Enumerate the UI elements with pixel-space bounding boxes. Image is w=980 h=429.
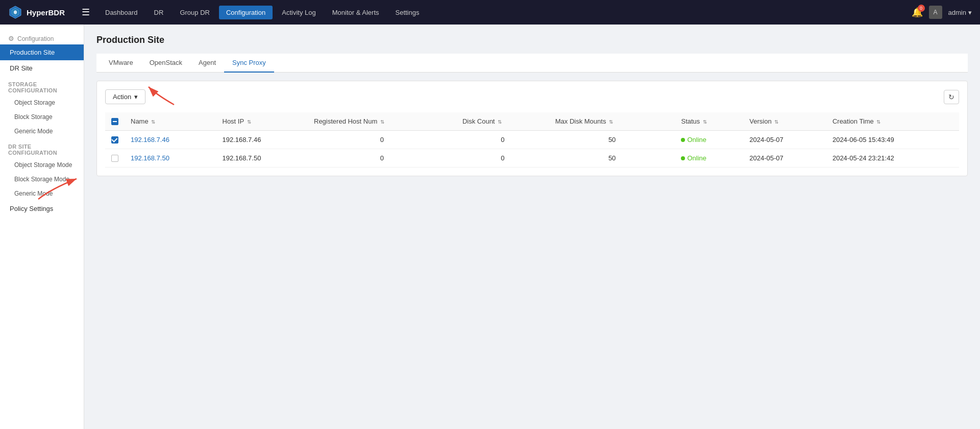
- sidebar-section-configuration: ⚙ Configuration: [0, 31, 84, 44]
- logo-icon: [8, 5, 22, 19]
- nav-configuration[interactable]: Configuration: [219, 6, 273, 19]
- action-dropdown-icon: ▾: [134, 93, 138, 101]
- content-area: Action ▾ ↻: [96, 81, 968, 176]
- nav-activity-log[interactable]: Activity Log: [275, 6, 323, 19]
- status-dot-online: [681, 138, 685, 142]
- column-disk-count[interactable]: Disk Count ⇅: [456, 112, 549, 131]
- row1-host-ip: 192.168.7.46: [216, 131, 308, 149]
- action-label: Action: [113, 93, 131, 101]
- sidebar-item-block-storage-mode[interactable]: Block Storage Mode: [0, 172, 84, 186]
- tab-sync-proxy[interactable]: Sync Proxy: [224, 54, 274, 73]
- column-name[interactable]: Name ⇅: [125, 112, 216, 131]
- sync-proxy-table: Name ⇅ Host IP ⇅ Registered Host Num ⇅: [105, 112, 959, 168]
- table-row: 192.168.7.50 192.168.7.50 0 0 50 Online: [105, 149, 959, 168]
- sidebar-item-generic-mode-storage[interactable]: Generic Mode: [0, 124, 84, 138]
- nav-monitor-alerts[interactable]: Monitor & Alerts: [325, 6, 386, 19]
- sidebar-item-production-site[interactable]: Production Site: [0, 44, 84, 60]
- sort-icon-status: ⇅: [703, 119, 707, 125]
- table-toolbar: Action ▾ ↻: [105, 89, 959, 104]
- sidebar-item-object-storage[interactable]: Object Storage: [0, 96, 84, 110]
- menu-icon[interactable]: ☰: [82, 7, 90, 18]
- tab-vmware[interactable]: VMware: [101, 54, 141, 73]
- row1-disk-count: 0: [456, 131, 549, 149]
- sort-icon-creation-time: ⇅: [876, 119, 880, 125]
- tab-openstack[interactable]: OpenStack: [141, 54, 190, 73]
- sort-icon-version: ⇅: [774, 119, 778, 125]
- row1-status: Online: [675, 131, 743, 149]
- row1-name: 192.168.7.46: [125, 131, 216, 149]
- row2-status: Online: [675, 149, 743, 168]
- refresh-button[interactable]: ↻: [944, 90, 959, 104]
- tab-agent[interactable]: Agent: [190, 54, 224, 73]
- column-max-disk-mounts[interactable]: Max Disk Mounts ⇅: [549, 112, 675, 131]
- nav-items: Dashboard DR Group DR Configuration Acti…: [98, 6, 912, 19]
- row1-version: 2024-05-07: [743, 131, 826, 149]
- nav-group-dr[interactable]: Group DR: [173, 6, 217, 19]
- row1-creation-time: 2024-06-05 15:43:49: [826, 131, 959, 149]
- user-avatar: A: [929, 6, 942, 19]
- column-status[interactable]: Status ⇅: [675, 112, 743, 131]
- annotation-arrow: [146, 84, 187, 110]
- chevron-down-icon: ▾: [968, 9, 972, 16]
- row2-name: 192.168.7.50: [125, 149, 216, 168]
- row2-checkbox-cell: [105, 149, 125, 168]
- sort-icon-host-ip: ⇅: [247, 119, 251, 125]
- sidebar: ⚙ Configuration Production Site DR Site …: [0, 25, 84, 429]
- sidebar-group-storage-configuration: Storage Configuration: [0, 76, 84, 96]
- column-host-ip[interactable]: Host IP ⇅: [216, 112, 308, 131]
- sidebar-item-object-storage-mode[interactable]: Object Storage Mode: [0, 158, 84, 172]
- row2-registered-host-num: 0: [308, 149, 456, 168]
- row2-version: 2024-05-07: [743, 149, 826, 168]
- row1-checkbox[interactable]: [111, 136, 118, 144]
- sidebar-item-dr-site[interactable]: DR Site: [0, 60, 84, 76]
- nav-dashboard[interactable]: Dashboard: [98, 6, 145, 19]
- column-version[interactable]: Version ⇅: [743, 112, 826, 131]
- tab-bar: VMware OpenStack Agent Sync Proxy: [96, 54, 968, 73]
- row2-creation-time: 2024-05-24 23:21:42: [826, 149, 959, 168]
- nav-dr[interactable]: DR: [147, 6, 171, 19]
- select-all-checkbox[interactable]: [111, 118, 118, 125]
- top-navigation: HyperBDR ☰ Dashboard DR Group DR Configu…: [0, 0, 980, 25]
- main-content: Production Site VMware OpenStack Agent S…: [84, 25, 980, 429]
- nav-settings[interactable]: Settings: [388, 6, 427, 19]
- app-layout: ⚙ Configuration Production Site DR Site …: [0, 25, 980, 429]
- row2-max-disk-mounts: 50: [549, 149, 675, 168]
- column-creation-time[interactable]: Creation Time ⇅: [826, 112, 959, 131]
- username-label: admin: [948, 9, 966, 16]
- row2-host-ip: 192.168.7.50: [216, 149, 308, 168]
- refresh-icon: ↻: [948, 93, 954, 101]
- table-row: 192.168.7.46 192.168.7.46 0 0 50 Online: [105, 131, 959, 149]
- sort-icon-disk-count: ⇅: [498, 119, 502, 125]
- column-checkbox: [105, 112, 125, 131]
- row1-checkbox-cell: [105, 131, 125, 149]
- page-title: Production Site: [96, 35, 968, 45]
- app-logo: HyperBDR: [8, 5, 69, 19]
- row1-max-disk-mounts: 50: [549, 131, 675, 149]
- sidebar-item-policy-settings[interactable]: Policy Settings: [0, 201, 84, 217]
- user-menu[interactable]: admin ▾: [948, 9, 972, 16]
- status-dot-online-2: [681, 156, 685, 160]
- row1-registered-host-num: 0: [308, 131, 456, 149]
- topnav-right: 🔔 0 A admin ▾: [912, 6, 972, 19]
- sidebar-item-generic-mode-dr[interactable]: Generic Mode: [0, 186, 84, 201]
- row2-disk-count: 0: [456, 149, 549, 168]
- row2-checkbox[interactable]: [111, 155, 118, 162]
- column-registered-host-num[interactable]: Registered Host Num ⇅: [308, 112, 456, 131]
- gear-icon: ⚙: [8, 35, 14, 42]
- notification-count: 0: [918, 5, 925, 12]
- sidebar-item-block-storage[interactable]: Block Storage: [0, 110, 84, 124]
- sort-icon-registered-host-num: ⇅: [380, 119, 384, 125]
- sort-icon-max-disk-mounts: ⇅: [609, 119, 613, 125]
- action-button[interactable]: Action ▾: [105, 89, 145, 104]
- sidebar-group-dr-site-configuration: DR Site Configuration: [0, 138, 84, 158]
- sort-icon-name: ⇅: [151, 119, 155, 125]
- notification-bell[interactable]: 🔔 0: [912, 7, 923, 18]
